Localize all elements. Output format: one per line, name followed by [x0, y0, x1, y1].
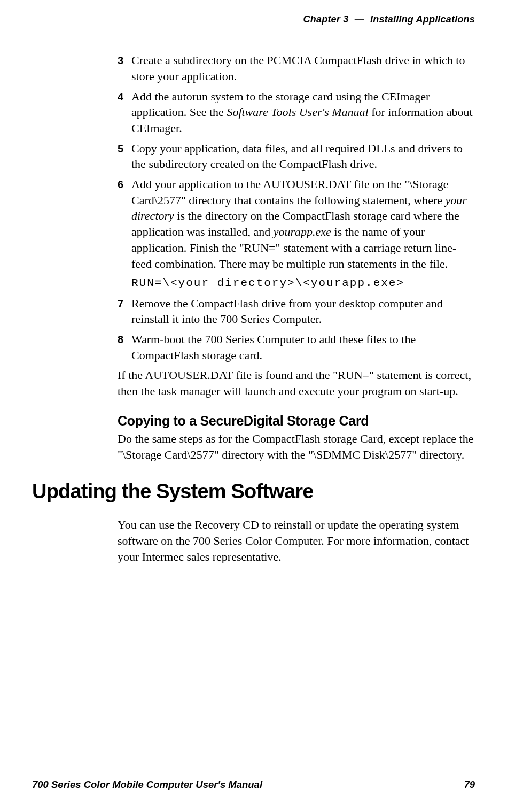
paragraph: Do the same steps as for the CompactFlas… [118, 431, 475, 462]
step-text: Add your application to the AUTOUSER.DAT… [131, 176, 475, 272]
step-number: 7 [118, 296, 131, 311]
step-4: 4 Add the autorun system to the storage … [118, 89, 475, 136]
step-number: 8 [118, 331, 131, 347]
running-header: Chapter 3 — Installing Applications [32, 13, 475, 26]
step-number: 4 [118, 89, 131, 104]
emphasis: yourapp.exe [274, 225, 331, 238]
step-text: Copy your application, data files, and a… [131, 141, 475, 172]
code-sample: RUN=\<your directory>\<yourapp.exe> [131, 276, 475, 291]
footer-page-number: 79 [464, 778, 475, 792]
step-number: 3 [118, 52, 131, 68]
chapter-title: Installing Applications [370, 14, 475, 25]
step-text: Warm-boot the 700 Series Computer to add… [131, 331, 475, 363]
subheading-securedigital: Copying to a SecureDigital Storage Card [118, 412, 475, 430]
step-number: 6 [118, 176, 131, 192]
step-text: Add the autorun system to the storage ca… [131, 89, 475, 136]
step-8: 8 Warm-boot the 700 Series Computer to a… [118, 331, 475, 363]
header-separator: — [352, 14, 368, 25]
heading-updating-system-software: Updating the System Software [32, 478, 475, 505]
chapter-number: 3 [343, 14, 348, 25]
text-run: Add your application to the AUTOUSER.DAT… [131, 177, 449, 207]
step-text: Remove the CompactFlash drive from your … [131, 296, 475, 327]
step-number: 5 [118, 141, 131, 156]
page: Chapter 3 — Installing Applications 3 Cr… [0, 0, 523, 812]
page-footer: 700 Series Color Mobile Computer User's … [32, 778, 475, 792]
chapter-label: Chapter [303, 14, 340, 25]
step-text: Create a subdirectory on the PCMCIA Comp… [131, 52, 475, 84]
step-3: 3 Create a subdirectory on the PCMCIA Co… [118, 52, 475, 84]
emphasis: Software Tools User's Manual [227, 105, 368, 119]
paragraph: If the AUTOUSER.DAT file is found and th… [118, 367, 475, 399]
step-6: 6 Add your application to the AUTOUSER.D… [118, 176, 475, 272]
paragraph: You can use the Recovery CD to reinstall… [118, 517, 475, 564]
body-content: 3 Create a subdirectory on the PCMCIA Co… [118, 52, 475, 564]
step-7: 7 Remove the CompactFlash drive from you… [118, 296, 475, 327]
footer-manual-title: 700 Series Color Mobile Computer User's … [32, 778, 262, 792]
step-5: 5 Copy your application, data files, and… [118, 141, 475, 172]
